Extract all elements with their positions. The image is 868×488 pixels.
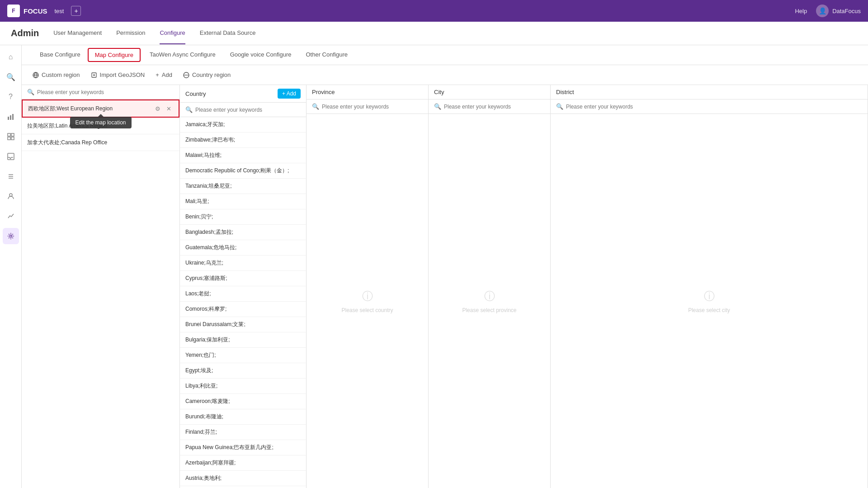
col-city: City 🔍 ⓘ Please select province: [429, 85, 551, 488]
city-info-icon: ⓘ: [484, 289, 495, 303]
province-empty-hint: Please select country: [341, 307, 393, 313]
list-item[interactable]: Democratic Republic of Congo;刚果（金）;: [180, 163, 306, 179]
city-empty-hint: Please select province: [462, 307, 516, 313]
nav-external-data-source[interactable]: External Data Source: [200, 22, 256, 44]
country-search-input[interactable]: [195, 107, 301, 113]
svg-rect-3: [8, 133, 10, 136]
col-country: Country + Add 🔍 Jamaica;牙买加; Zimbabwe;津巴…: [180, 85, 307, 488]
custom-search-box: 🔍: [22, 85, 179, 99]
sidebar-icon-search[interactable]: 🔍: [3, 69, 19, 85]
sidebar-icon-inbox[interactable]: [3, 148, 19, 165]
svg-rect-1: [10, 115, 11, 120]
sidebar-icon-user[interactable]: [3, 188, 19, 204]
top-bar-right: Help 👤 DataFocus: [795, 5, 861, 17]
sidebar-icon-grid[interactable]: [3, 128, 19, 145]
list-item[interactable]: Cyprus;塞浦路斯;: [180, 271, 306, 286]
list-item[interactable]: Ukraine;乌克兰;: [180, 256, 306, 271]
sub-nav-google-voice[interactable]: Google voice Configure: [223, 46, 299, 64]
city-search-box: 🔍: [429, 99, 550, 114]
user-info[interactable]: 👤 DataFocus: [816, 5, 861, 17]
logo[interactable]: F FOCUS: [7, 5, 47, 17]
list-item[interactable]: Laos;老挝;: [180, 286, 306, 302]
svg-rect-6: [11, 137, 14, 140]
col-province: Province 🔍 ⓘ Please select country: [307, 85, 429, 488]
city-col-header: City: [429, 85, 550, 99]
add-tab-button[interactable]: +: [71, 6, 81, 16]
custom-search-input[interactable]: [37, 89, 174, 95]
province-info-icon: ⓘ: [362, 289, 373, 303]
help-link[interactable]: Help: [795, 8, 807, 14]
toolbar-add[interactable]: + Add: [156, 71, 172, 78]
list-item[interactable]: Mali;马里;: [180, 194, 306, 209]
sidebar-icon-settings[interactable]: [3, 228, 19, 244]
district-info-icon: ⓘ: [704, 289, 715, 303]
list-item-label: 拉美地区部;Latin America Region: [27, 122, 107, 130]
list-item-latin-america[interactable]: 拉美地区部;Latin America Region ⚙ ✕: [22, 118, 179, 134]
edit-button[interactable]: ⚙: [153, 104, 162, 113]
toolbar-import-geojson[interactable]: Import GeoJSON: [91, 71, 145, 78]
toolbar-country-region[interactable]: Country region: [183, 71, 231, 78]
sub-nav-map-configure[interactable]: Map Configure: [88, 48, 141, 62]
nav-configure[interactable]: Configure: [160, 22, 185, 44]
delete-button[interactable]: ✕: [164, 104, 173, 113]
user-name: DataFocus: [832, 8, 861, 14]
sidebar-icon-help[interactable]: ?: [3, 89, 19, 105]
list-item-canada-rep[interactable]: 加拿大代表处;Canada Rep Office ⚙ ✕: [22, 134, 179, 151]
sidebar-icon-home[interactable]: ⌂: [3, 49, 19, 65]
list-item[interactable]: Finland;芬兰;: [180, 425, 306, 440]
list-item-label: 西欧地区部;West European Region: [28, 105, 113, 113]
sidebar-icon-chart[interactable]: [3, 109, 19, 125]
active-tab-label[interactable]: test: [55, 8, 64, 14]
list-item-west-european[interactable]: 西欧地区部;West European Region ⚙ ✕ Edit the …: [22, 99, 179, 118]
logo-icon: F: [7, 5, 20, 17]
list-item[interactable]: Libya;利比亚;: [180, 379, 306, 394]
custom-search-icon: 🔍: [27, 89, 34, 95]
list-item[interactable]: Papua New Guinea;巴布亚新几内亚;: [180, 440, 306, 455]
nav-permission[interactable]: Permission: [116, 22, 145, 44]
city-search-input[interactable]: [444, 104, 545, 110]
list-item[interactable]: Austria;奥地利;: [180, 471, 306, 486]
edit-button[interactable]: ⚙: [154, 138, 163, 147]
list-item[interactable]: Malawi;马拉维;: [180, 148, 306, 163]
nav-user-management[interactable]: User Management: [53, 22, 102, 44]
sidebar-icon-list[interactable]: [3, 168, 19, 185]
city-col-title: City: [434, 89, 444, 95]
sub-nav-other[interactable]: Other Configure: [299, 46, 355, 64]
svg-rect-7: [8, 153, 14, 160]
logo-text: FOCUS: [24, 7, 47, 15]
country-add-button[interactable]: + Add: [278, 89, 301, 99]
svg-rect-5: [8, 137, 10, 140]
delete-button[interactable]: ✕: [165, 121, 174, 130]
list-item[interactable]: Yemen;也门;: [180, 348, 306, 363]
svg-rect-0: [8, 117, 9, 120]
delete-button[interactable]: ✕: [165, 138, 174, 147]
list-item[interactable]: Bangladesh;孟加拉;: [180, 225, 306, 240]
list-item[interactable]: Bulgaria;保加利亚;: [180, 332, 306, 348]
toolbar-custom-region-label: Custom region: [42, 71, 80, 78]
list-item[interactable]: Tanzania;坦桑尼亚;: [180, 179, 306, 194]
province-col-title: Province: [312, 89, 335, 95]
district-search-box: 🔍: [551, 99, 868, 114]
toolbar-add-icon: +: [156, 71, 159, 78]
list-item[interactable]: Comoros;科摩罗;: [180, 302, 306, 317]
list-item[interactable]: Guatemala;危地马拉;: [180, 240, 306, 256]
sidebar-icon-analytics[interactable]: [3, 208, 19, 224]
sub-nav-taowen[interactable]: TaoWen Async Configure: [142, 46, 223, 64]
list-item[interactable]: Brunei Darussalam;文莱;: [180, 317, 306, 332]
country-search-box: 🔍: [180, 103, 306, 117]
country-col-header: Country + Add: [180, 85, 306, 103]
list-item[interactable]: Egypt;埃及;: [180, 363, 306, 379]
sub-nav-base-configure[interactable]: Base Configure: [33, 46, 88, 64]
district-search-input[interactable]: [566, 104, 862, 110]
list-item[interactable]: Jamaica;牙买加;: [180, 117, 306, 133]
list-item[interactable]: Benin;贝宁;: [180, 209, 306, 225]
list-item[interactable]: Azerbaijan;阿塞拜疆;: [180, 455, 306, 471]
list-item[interactable]: Zimbabwe;津巴布韦;: [180, 133, 306, 148]
edit-button[interactable]: ⚙: [154, 121, 163, 130]
toolbar-custom-region[interactable]: Custom region: [33, 71, 80, 78]
country-list: Jamaica;牙买加; Zimbabwe;津巴布韦; Malawi;马拉维; …: [180, 117, 306, 488]
list-item[interactable]: Cameroon;喀麦隆;: [180, 394, 306, 409]
province-search-input[interactable]: [322, 104, 423, 110]
list-item[interactable]: Burundi;布隆迪;: [180, 409, 306, 425]
list-item-label: 加拿大代表处;Canada Rep Office: [27, 139, 107, 147]
